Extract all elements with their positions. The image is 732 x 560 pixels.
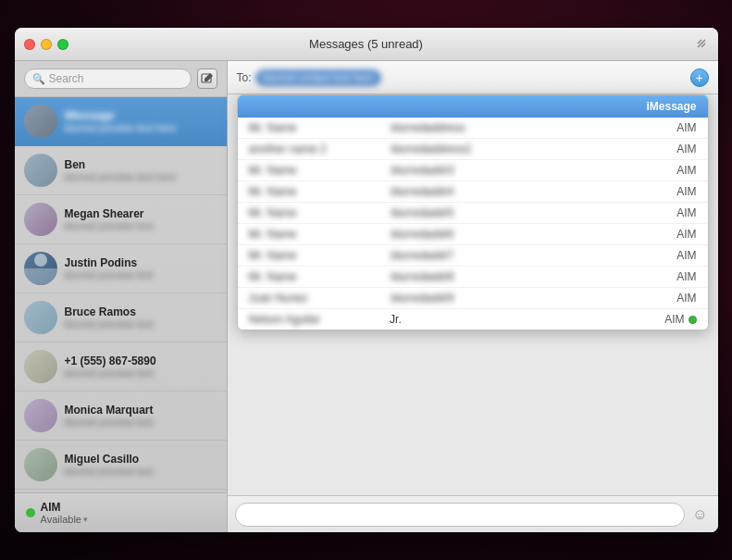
conversation-name: Miguel Casillo <box>65 453 217 466</box>
dropdown-service-type: AIM <box>664 313 696 326</box>
conversation-name: Megan Shearer <box>65 207 217 220</box>
conversation-info: +1 (555) 867-5890 blurred preview text <box>65 355 217 379</box>
conversation-name: Ben <box>65 158 217 171</box>
add-recipient-button[interactable]: + <box>690 68 709 87</box>
dropdown-row[interactable]: Mr. Name blurredaddr8 AIM <box>238 267 708 288</box>
dropdown-service-type: AIM <box>669 270 697 283</box>
dropdown-contact-name: Mr. Name <box>249 270 384 283</box>
dropdown-service-type: AIM <box>669 228 697 241</box>
close-button[interactable] <box>24 39 35 50</box>
conversation-item[interactable]: Miguel Casillo blurred preview text <box>15 441 227 490</box>
conversation-item[interactable]: Bruce Ramos blurred preview text <box>15 293 227 342</box>
dropdown-row[interactable]: Nelson Aguilar Jr. AIM <box>238 309 708 330</box>
dropdown-address: blurredaddr3 <box>391 164 662 177</box>
conversation-preview: blurred preview text <box>65 318 217 330</box>
dropdown-row[interactable]: Juan Nunez blurredaddr9 AIM <box>238 288 708 309</box>
resize-icon[interactable] <box>696 38 709 51</box>
window-title: Messages (5 unread) <box>309 37 423 51</box>
conversation-item[interactable]: +1 (555) 867-5890 blurred preview text <box>15 342 227 392</box>
avatar <box>24 350 57 383</box>
account-status: Available ▾ <box>41 514 88 525</box>
dropdown-service-type: AIM <box>669 292 697 305</box>
conversation-preview: blurred preview text <box>65 466 217 477</box>
conversation-info: Bruce Ramos blurred preview text <box>65 305 217 330</box>
conversation-item[interactable]: iMessage blurred preview text here <box>15 97 227 146</box>
search-icon: 🔍 <box>32 73 45 85</box>
dropdown-service-type: AIM <box>669 206 697 219</box>
main-content: 🔍 Search iMessage blurred pr <box>15 61 718 532</box>
status-indicator <box>26 508 35 517</box>
dropdown-contact-name: Mr. Name <box>249 121 384 134</box>
conversation-info: Ben blurred preview text here <box>65 158 217 182</box>
conversation-preview: blurred preview text here <box>65 171 217 182</box>
minimize-button[interactable] <box>41 39 52 50</box>
dropdown-row[interactable]: Mr. Name blurredaddr7 AIM <box>238 245 708 267</box>
conversation-name: Monica Marquart <box>65 404 217 417</box>
dropdown-service-type: AIM <box>669 249 697 262</box>
to-field: To: blurred contact text here + <box>228 61 718 94</box>
conversation-info: iMessage blurred preview text here <box>65 109 217 133</box>
titlebar: Messages (5 unread) <box>15 28 718 61</box>
conversation-info: Justin Podins blurred preview text <box>65 256 217 280</box>
maximize-button[interactable] <box>57 39 68 50</box>
dropdown-contact-name: Mr. Name <box>249 228 384 241</box>
dropdown-address: blurredaddress2 <box>391 143 662 156</box>
compose-button[interactable] <box>197 68 217 89</box>
dropdown-service-type: AIM <box>669 143 697 156</box>
dropdown-contact-name: Mr. Name <box>249 185 384 198</box>
dropdown-contact-name: Mr. Name <box>249 206 384 219</box>
conversation-name: Justin Podins <box>65 256 217 269</box>
chevron-down-icon[interactable]: ▾ <box>83 515 88 524</box>
account-name: AIM <box>41 501 88 514</box>
message-input[interactable] <box>235 503 685 527</box>
sidebar-footer: AIM Available ▾ <box>15 492 227 532</box>
avatar <box>24 105 57 138</box>
dropdown-service-type: AIM <box>669 185 697 198</box>
sidebar: 🔍 Search iMessage blurred pr <box>15 61 228 532</box>
conversation-name: iMessage <box>65 109 217 122</box>
conversation-list[interactable]: iMessage blurred preview text here Ben b… <box>15 97 227 492</box>
dropdown-contact-name: Juan Nunez <box>249 292 384 305</box>
dropdown-row[interactable]: Mr. Name blurredaddr6 AIM <box>238 224 708 245</box>
dropdown-address: blurredaddr5 <box>391 206 662 219</box>
dropdown-address: blurredaddr6 <box>391 228 662 241</box>
avatar <box>24 252 57 285</box>
conversation-item[interactable]: Ben blurred preview text here <box>15 146 227 195</box>
dropdown-contact-name: Mr. Name <box>249 164 384 177</box>
emoji-button[interactable]: ☺ <box>690 504 711 525</box>
dropdown-contact-name: another name 2 <box>249 143 384 156</box>
conversation-info: Megan Shearer blurred preview text <box>65 207 217 231</box>
avatar <box>24 154 57 187</box>
conversation-name: +1 (555) 867-5890 <box>65 355 217 367</box>
dropdown-contact-name: Nelson Aguilar <box>249 313 383 326</box>
conversation-info: Monica Marquart blurred preview text <box>65 404 217 428</box>
avatar <box>24 301 57 334</box>
avatar <box>24 203 57 236</box>
avatar <box>24 448 57 481</box>
conversation-preview: blurred preview text <box>65 269 217 280</box>
dropdown-row[interactable]: Mr. Name blurredaddress AIM <box>238 118 708 139</box>
dropdown-address: blurredaddr8 <box>391 270 662 283</box>
contact-dropdown: iMessage Mr. Name blurredaddress AIM ano… <box>237 94 709 330</box>
dropdown-row[interactable]: another name 2 blurredaddress2 AIM <box>238 139 708 160</box>
dropdown-row[interactable]: Mr. Name blurredaddr5 AIM <box>238 203 708 224</box>
dropdown-row[interactable]: Mr. Name blurredaddr4 AIM <box>238 181 708 203</box>
conversation-info: Miguel Casillo blurred preview text <box>65 453 217 477</box>
dropdown-service-type: AIM <box>669 121 697 134</box>
dropdown-address: Jr. <box>390 313 657 326</box>
conversation-item[interactable]: Monica Marquart blurred preview text <box>15 392 227 441</box>
conversation-name: Bruce Ramos <box>65 305 217 318</box>
to-token[interactable]: blurred contact text here <box>255 69 382 86</box>
account-info: AIM Available ▾ <box>41 501 88 525</box>
search-box[interactable]: 🔍 Search <box>24 68 192 89</box>
dropdown-service-label: iMessage <box>646 100 696 113</box>
conversation-item[interactable]: Megan Shearer blurred preview text <box>15 195 227 244</box>
traffic-lights <box>24 39 68 50</box>
online-status-dot <box>689 316 697 324</box>
input-area: ☺ <box>228 495 718 532</box>
conversation-item[interactable]: Justin Podins blurred preview text <box>15 244 227 293</box>
dropdown-row[interactable]: Mr. Name blurredaddr3 AIM <box>238 160 708 181</box>
avatar <box>24 399 57 432</box>
dropdown-contact-name: Mr. Name <box>249 249 384 262</box>
to-label: To: <box>237 71 252 84</box>
